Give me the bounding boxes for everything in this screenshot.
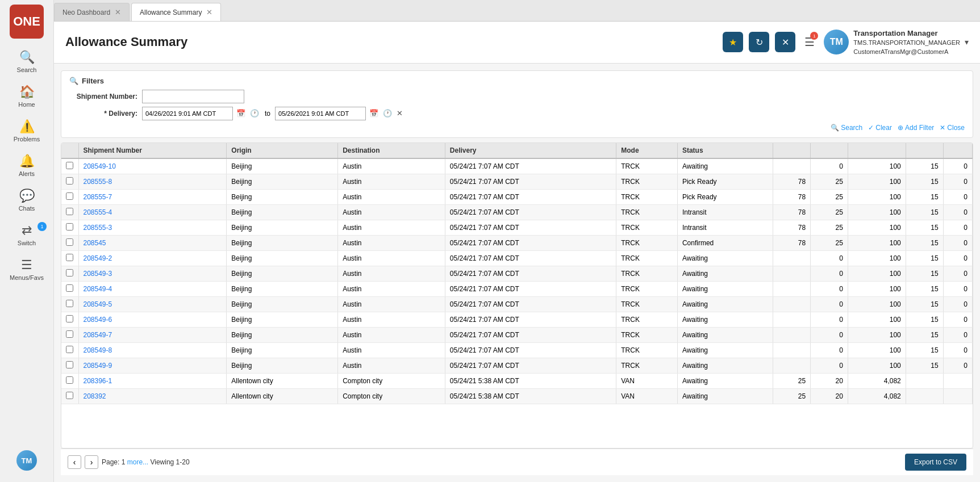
sidebar-item-switch[interactable]: ⇄ 1 Switch: [0, 217, 53, 252]
row-checkbox[interactable]: [66, 361, 73, 368]
row-checkbox-cell: [61, 266, 78, 281]
row-c5: 0: [943, 312, 972, 327]
user-dropdown-chevron[interactable]: ▾: [965, 37, 969, 47]
row-destination: Austin: [338, 312, 445, 327]
row-c4: [906, 388, 943, 404]
row-shipment-id[interactable]: 208555-4: [78, 204, 227, 220]
row-c3: 100: [848, 266, 906, 281]
tab-allowance-summary[interactable]: Allowance Summary ✕: [131, 3, 221, 21]
table-row: 208549-4 Beijing Austin 05/24/21 7:07 AM…: [61, 281, 973, 296]
row-c2: 25: [811, 220, 848, 235]
prev-page-button[interactable]: ‹: [68, 455, 81, 469]
row-shipment-id[interactable]: 208545: [78, 235, 227, 250]
delivery-clear-btn[interactable]: ✕: [395, 108, 404, 119]
row-c3: 100: [848, 204, 906, 220]
row-shipment-id[interactable]: 208555-3: [78, 220, 227, 235]
row-shipment-id[interactable]: 208549-6: [78, 312, 227, 327]
row-c3: 100: [848, 327, 906, 342]
row-origin: Beijing: [227, 342, 338, 358]
row-c4: 15: [906, 296, 943, 312]
row-shipment-id[interactable]: 208549-3: [78, 266, 227, 281]
delivery-to-calendar[interactable]: 📅: [368, 108, 380, 119]
row-shipment-id[interactable]: 208549-4: [78, 281, 227, 296]
row-delivery: 05/24/21 7:07 AM CDT: [445, 312, 616, 327]
sidebar-item-user[interactable]: TM: [0, 445, 53, 476]
filter-close-link[interactable]: ✕ Close: [940, 124, 965, 132]
row-shipment-id[interactable]: 208392: [78, 388, 227, 404]
row-status: Awaiting: [677, 342, 773, 358]
row-shipment-id[interactable]: 208549-5: [78, 296, 227, 312]
row-destination: Austin: [338, 327, 445, 342]
row-checkbox[interactable]: [66, 330, 73, 338]
delivery-from-input[interactable]: [142, 107, 233, 120]
row-c5: 0: [943, 204, 972, 220]
row-shipment-id[interactable]: 208555-7: [78, 189, 227, 204]
sidebar-item-problems[interactable]: ⚠️ Problems: [0, 114, 53, 148]
next-page-button[interactable]: ›: [85, 455, 98, 469]
col-delivery: Delivery: [445, 143, 616, 158]
row-checkbox[interactable]: [66, 269, 73, 276]
row-checkbox[interactable]: [66, 238, 73, 246]
row-c2: 0: [811, 250, 848, 266]
row-shipment-id[interactable]: 208549-9: [78, 358, 227, 373]
table-header-row: Shipment Number Origin Destination Deliv…: [61, 143, 973, 158]
row-status: Awaiting: [677, 296, 773, 312]
row-shipment-id[interactable]: 208549-8: [78, 342, 227, 358]
row-checkbox[interactable]: [66, 162, 73, 169]
row-mode: TRCK: [616, 342, 678, 358]
row-shipment-id[interactable]: 208549-7: [78, 327, 227, 342]
row-checkbox[interactable]: [66, 177, 73, 185]
row-shipment-id[interactable]: 208396-1: [78, 373, 227, 388]
row-destination: Austin: [338, 158, 445, 174]
row-checkbox[interactable]: [66, 192, 73, 200]
filter-clear-link[interactable]: ✓ Clear: [868, 124, 892, 132]
row-status: Awaiting: [677, 281, 773, 296]
row-checkbox-cell: [61, 358, 78, 373]
tab-neo-dashboard[interactable]: Neo Dashboard ✕: [54, 3, 130, 21]
row-destination: Austin: [338, 189, 445, 204]
row-checkbox[interactable]: [66, 392, 73, 399]
col-c2: [811, 143, 848, 158]
app-logo[interactable]: ONE: [10, 5, 44, 39]
row-shipment-id[interactable]: 208549-10: [78, 158, 227, 174]
row-status: Intransit: [677, 204, 773, 220]
shipment-number-input[interactable]: [142, 90, 244, 103]
row-shipment-id[interactable]: 208555-8: [78, 174, 227, 189]
tab-allowance-summary-close[interactable]: ✕: [206, 9, 212, 16]
row-checkbox[interactable]: [66, 300, 73, 307]
add-filter-icon: ⊕: [898, 124, 903, 132]
table-row: 208549-10 Beijing Austin 05/24/21 7:07 A…: [61, 158, 973, 174]
filter-search-link[interactable]: 🔍 Search: [831, 124, 862, 132]
delivery-from-calendar[interactable]: 📅: [235, 108, 247, 119]
row-destination: Austin: [338, 174, 445, 189]
row-checkbox[interactable]: [66, 208, 73, 215]
row-origin: Allentown city: [227, 373, 338, 388]
filter-add-link[interactable]: ⊕ Add Filter: [898, 124, 934, 132]
sidebar-item-search[interactable]: 🔍 Search: [0, 44, 53, 79]
export-csv-button[interactable]: Export to CSV: [905, 454, 966, 471]
sidebar-item-alerts[interactable]: 🔔 Alerts: [0, 148, 53, 183]
refresh-button[interactable]: ↻: [749, 32, 769, 52]
row-checkbox[interactable]: [66, 254, 73, 261]
row-c2: 25: [811, 235, 848, 250]
sidebar-item-chats[interactable]: 💬 Chats: [0, 183, 53, 217]
row-checkbox[interactable]: [66, 346, 73, 353]
row-checkbox[interactable]: [66, 284, 73, 292]
row-checkbox[interactable]: [66, 223, 73, 230]
close-button[interactable]: ✕: [775, 32, 795, 52]
row-status: Awaiting: [677, 266, 773, 281]
delivery-to-input[interactable]: [275, 107, 366, 120]
tab-neo-dashboard-close[interactable]: ✕: [115, 9, 121, 16]
row-c1: [773, 342, 811, 358]
row-shipment-id[interactable]: 208549-2: [78, 250, 227, 266]
sidebar-item-menus-favs[interactable]: ☰ Menus/Favs: [0, 252, 53, 287]
table-row: 208549-3 Beijing Austin 05/24/21 7:07 AM…: [61, 266, 973, 281]
delivery-from-clock[interactable]: 🕐: [249, 108, 260, 119]
star-button[interactable]: ★: [723, 32, 743, 52]
delivery-to-clock[interactable]: 🕐: [382, 108, 393, 119]
row-checkbox[interactable]: [66, 315, 73, 322]
sidebar-item-home[interactable]: 🏠 Home: [0, 79, 53, 114]
row-checkbox[interactable]: [66, 376, 73, 384]
page-more-link[interactable]: more...: [127, 458, 148, 466]
row-mode: TRCK: [616, 250, 678, 266]
